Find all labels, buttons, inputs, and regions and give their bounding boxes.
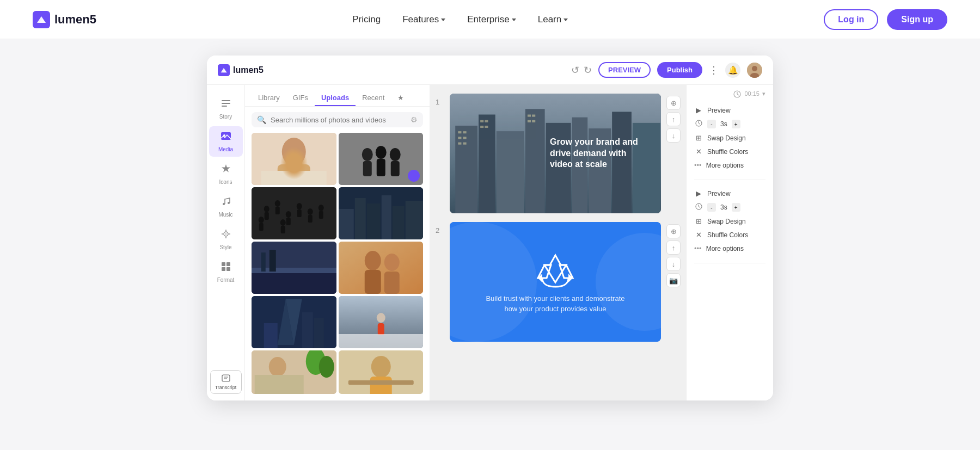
slide-2-move-up[interactable]: ↑ [666,241,681,255]
more-options-button[interactable]: ⋮ [709,64,719,76]
slide-card-2[interactable]: Build trust with your clients and demons… [450,222,661,342]
slide-2-duplicate[interactable]: ⊕ [666,224,681,238]
rp-swap-design-1[interactable]: ⊞ Swap Design [694,131,765,145]
signup-button[interactable]: Sign up [887,9,947,30]
rp-more-options-2[interactable]: ••• More options [694,242,765,255]
publish-button[interactable]: Publish [657,62,702,78]
svg-rect-41 [275,207,280,214]
tab-uploads[interactable]: Uploads [315,90,356,106]
sidebar-item-music[interactable]: Music [209,192,243,222]
slide-1-move-down[interactable]: ↓ [666,128,681,143]
sidebar-item-format[interactable]: Format [209,257,243,287]
app-body: Story Media Icons [207,85,773,400]
media-thumb-10[interactable] [339,350,424,394]
tab-favorites[interactable]: ★ [391,90,411,106]
sidebar-item-icons[interactable]: Icons [209,159,243,189]
sidebar-item-story[interactable]: Story [209,94,243,124]
svg-rect-56 [354,198,365,239]
filter-icon[interactable]: ⚙ [411,115,418,124]
rp-preview-2[interactable]: ▶ Preview [694,187,765,200]
user-avatar[interactable] [747,63,762,78]
svg-rect-74 [302,312,313,348]
rp-shuffle-colors-2[interactable]: ✕ Shuffle Colors [694,228,765,242]
features-chevron-icon [441,19,445,21]
redo-button[interactable]: ↻ [584,64,592,76]
media-thumb-5[interactable] [252,242,336,294]
time-minus-2[interactable]: - [707,203,716,212]
transcript-button[interactable]: Transcript [210,370,242,394]
preview-button[interactable]: PREVIEW [598,62,651,78]
slide-1-move-up[interactable]: ↑ [666,112,681,126]
thumb-img-5 [252,242,336,294]
rp-swap-design-2[interactable]: ⊞ Swap Design [694,214,765,228]
tab-library[interactable]: Library [252,90,286,106]
sidebar-format-label: Format [217,277,235,283]
svg-rect-58 [381,195,391,239]
nav-learn[interactable]: Learn [538,14,568,25]
rp-section-2: ▶ Preview - 3s + ⊞ Swap Design [694,187,765,263]
svg-point-13 [225,233,226,235]
svg-rect-88 [370,377,391,394]
undo-button[interactable]: ↺ [571,64,579,76]
time-plus-2[interactable]: + [732,203,740,212]
media-thumb-6[interactable] [339,242,424,294]
learn-chevron-icon [564,19,568,21]
rp-preview-1[interactable]: ▶ Preview [694,103,765,117]
media-icon [220,131,231,144]
svg-rect-45 [297,209,302,217]
svg-rect-5 [222,100,230,101]
media-thumb-3[interactable] [252,187,336,239]
nav-pricing[interactable]: Pricing [352,14,381,25]
tab-gifs[interactable]: GIFs [286,90,315,106]
nav-features[interactable]: Features [402,14,445,25]
media-thumb-4[interactable] [339,187,424,239]
svg-rect-49 [319,211,323,219]
app-window: lumen5 ↺ ↻ PREVIEW Publish ⋮ 🔔 [207,56,773,400]
search-input[interactable] [271,116,406,124]
slide-2-controls: ⊕ ↑ ↓ 📷 [666,222,681,287]
sidebar-item-media[interactable]: Media [209,126,243,157]
time-minus-1[interactable]: - [707,120,716,128]
clock-icon [733,90,741,98]
svg-point-68 [384,254,399,271]
nav-enterprise[interactable]: Enterprise [467,14,516,25]
svg-point-85 [319,356,334,378]
slide-card-1[interactable]: Grow your brand and drive demand with vi… [450,94,661,213]
svg-rect-57 [366,204,380,239]
bg-circle [450,222,537,342]
slide-row-1: 1 [436,94,681,213]
thumb-img-8 [339,296,424,348]
rp-shuffle-colors-1[interactable]: ✕ Shuffle Colors [694,145,765,158]
slide-2-move-down[interactable]: ↓ [666,257,681,271]
media-thumb-1[interactable] [252,133,336,185]
thumb-img-9 [252,350,336,394]
media-grid [245,131,430,396]
login-button[interactable]: Log in [824,9,878,30]
svg-rect-70 [384,272,399,294]
shuffle-icon-2: ✕ [694,231,703,239]
topbar-actions: ↺ ↻ PREVIEW Publish ⋮ 🔔 [571,62,762,78]
rp-time-2[interactable]: - 3s + [694,200,765,214]
slide-2-camera[interactable]: 📷 [666,273,681,287]
sidebar-story-label: Story [219,114,232,120]
notification-icon[interactable]: 🔔 [725,63,740,78]
thumb-img-10 [339,350,424,394]
svg-rect-83 [255,375,304,394]
rp-more-options-1[interactable]: ••• More options [694,158,765,172]
slide-1-duplicate[interactable]: ⊕ [666,96,681,110]
sidebar-icons-label: Icons [219,179,232,185]
svg-rect-32 [363,161,371,176]
logo[interactable]: lumen5 [33,11,96,28]
app-logo-icon [218,64,230,76]
svg-rect-43 [286,218,291,225]
rp-time-1[interactable]: - 3s + [694,117,765,131]
tab-recent[interactable]: Recent [356,90,391,106]
navbar: lumen5 Pricing Features Enterprise Learn… [0,0,980,39]
time-plus-1[interactable]: + [732,120,740,128]
sidebar-item-style[interactable]: Style [209,224,243,255]
svg-point-67 [364,251,381,270]
media-thumb-2[interactable] [339,133,424,185]
media-thumb-8[interactable] [339,296,424,348]
media-thumb-7[interactable] [252,296,336,348]
media-thumb-9[interactable] [252,350,336,394]
